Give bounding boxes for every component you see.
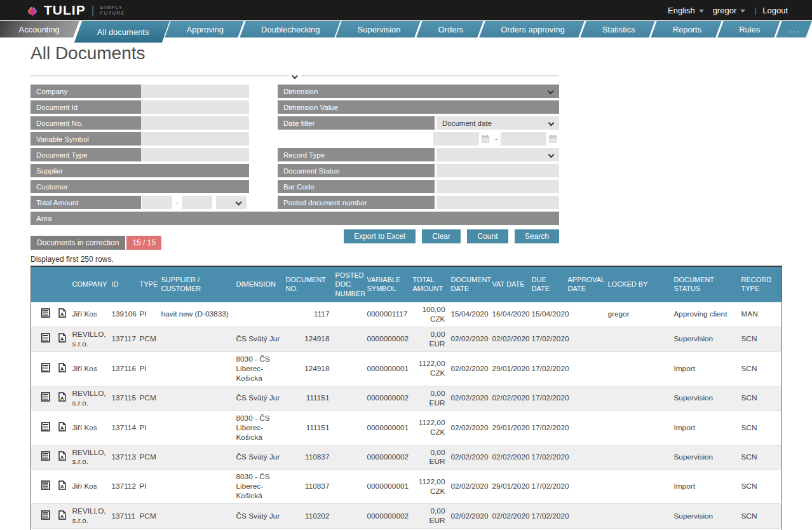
tab-label: ...	[790, 25, 801, 34]
cell-record-type: SCN	[740, 411, 782, 445]
dimension-value-filter[interactable]: Dimension Value	[278, 100, 559, 114]
cell-type: PCM	[138, 504, 159, 529]
total-amount-from-input[interactable]	[142, 196, 172, 209]
document-id-input[interactable]	[141, 100, 249, 114]
tab-bar: AccountingAll documentsApprovingDoublech…	[0, 20, 812, 37]
user-dropdown[interactable]: gregor	[713, 6, 746, 15]
cell-due-date: 17/02/2020	[530, 504, 566, 529]
col-company: COMPANY	[71, 266, 110, 302]
tab-supervision[interactable]: Supervision	[339, 21, 419, 37]
tab-approving[interactable]: Approving	[168, 21, 243, 37]
total-amount-to-input[interactable]	[182, 196, 212, 209]
document-detail-icon[interactable]	[41, 308, 50, 318]
tab-label: Statistics	[602, 25, 635, 34]
tab-reports[interactable]: Reports	[654, 21, 721, 37]
cell-document-status: Import	[672, 470, 740, 504]
cell-detail	[31, 504, 54, 529]
pdf-icon[interactable]: A	[58, 333, 66, 343]
col-pdf-icon	[54, 266, 71, 302]
col-approval-date: APPROVAL DATE	[566, 266, 606, 302]
pdf-icon[interactable]: A	[58, 480, 66, 490]
dimension-select[interactable]: Dimension	[278, 85, 559, 98]
pdf-icon[interactable]: A	[58, 510, 66, 520]
count-button[interactable]: Count	[467, 229, 508, 243]
document-no-input[interactable]	[141, 116, 249, 130]
documents-in-correction-button[interactable]: Documents in correction	[30, 236, 125, 250]
svg-text:A: A	[60, 484, 64, 489]
cell-record-type: SCN	[740, 386, 782, 411]
bar-code-filter-label: Bar Code	[278, 180, 435, 193]
tab-accounting[interactable]: Accounting	[0, 21, 78, 37]
table-row: AJiří Kos139106PIhavit new (D-03833)1117…	[31, 302, 782, 327]
cell-posted-doc-number	[334, 411, 365, 445]
chevron-down-icon	[236, 200, 242, 206]
supplier-filter[interactable]: Supplier	[30, 164, 249, 177]
cell-total-amount: 1122,00 CZK	[411, 470, 449, 504]
posted-document-number-input[interactable]	[436, 196, 559, 209]
col-document-status: DOCUMENT STATUS	[672, 266, 740, 302]
pdf-icon[interactable]: A	[58, 308, 66, 318]
document-detail-icon[interactable]	[41, 510, 50, 520]
chevron-down-icon	[548, 152, 555, 158]
amount-range-separator: -	[172, 198, 181, 207]
document-status-input[interactable]	[436, 164, 559, 177]
export-to-excel-button[interactable]: Export to Excel	[344, 229, 416, 243]
cell-document-no: 111151	[284, 386, 334, 411]
tab-doublechecking[interactable]: Doublechecking	[243, 21, 339, 37]
tab-rules[interactable]: Rules	[721, 21, 779, 37]
cell-dimension: 8030 - ČS Liberec-Košická	[234, 351, 284, 386]
cell-document-date: 02/02/2020	[449, 351, 491, 386]
table-body: AJiří Kos139106PIhavit new (D-03833)1117…	[31, 302, 782, 530]
cell-vat-date: 16/04/2020	[491, 302, 530, 327]
pdf-icon[interactable]: A	[58, 451, 66, 461]
document-detail-icon[interactable]	[41, 422, 50, 431]
tab-statistics[interactable]: Statistics	[583, 21, 654, 37]
area-filter[interactable]: Area	[30, 212, 559, 225]
logout-link[interactable]: Logout	[762, 6, 788, 15]
tab-orders[interactable]: Orders	[419, 21, 482, 37]
pdf-icon[interactable]: A	[58, 392, 66, 402]
clear-button[interactable]: Clear	[422, 229, 461, 243]
date-to-input[interactable]	[501, 132, 546, 146]
document-detail-icon[interactable]	[41, 363, 50, 372]
document-id-filter-label: Document Id	[30, 100, 141, 114]
calendar-icon[interactable]	[548, 134, 557, 144]
svg-text:A: A	[60, 336, 64, 342]
document-detail-icon[interactable]	[41, 392, 50, 402]
pdf-icon[interactable]: A	[58, 363, 66, 372]
cell-record-type: MAN	[740, 302, 782, 327]
col-detail-icon	[31, 266, 54, 302]
tab-more[interactable]: ...	[779, 21, 811, 37]
cell-supplier-customer: havit new (D-03833)	[159, 302, 234, 327]
cell-document-date: 02/02/2020	[449, 386, 491, 411]
page-title: All Documents	[30, 43, 782, 67]
language-dropdown[interactable]: English	[668, 6, 704, 15]
currency-select[interactable]	[216, 196, 247, 209]
cell-posted-doc-number	[334, 327, 365, 351]
bar-code-input[interactable]	[436, 180, 559, 193]
document-detail-icon[interactable]	[41, 333, 50, 343]
search-button[interactable]: Search	[515, 229, 559, 243]
tab-all-documents[interactable]: All documents	[78, 21, 168, 43]
table-row: AJiří Kos137116PI8030 - ČS Liberec-Košic…	[31, 351, 782, 386]
pdf-icon[interactable]: A	[58, 422, 66, 431]
record-type-select[interactable]	[436, 148, 559, 161]
cell-supplier-customer	[159, 327, 234, 351]
tab-orders-approving[interactable]: Orders approving	[482, 21, 583, 37]
calendar-icon[interactable]	[481, 134, 490, 144]
document-detail-icon[interactable]	[41, 480, 50, 490]
document-type-input[interactable]	[141, 148, 249, 161]
cell-due-date: 17/02/2020	[530, 445, 566, 470]
company-input[interactable]	[141, 85, 249, 98]
date-range-separator: -	[492, 135, 501, 144]
cell-record-type: SCN	[740, 327, 782, 351]
col-record-type: RECORD TYPE	[740, 266, 782, 302]
caret-down-icon	[699, 10, 704, 13]
date-from-input[interactable]	[433, 132, 479, 146]
date-filter-select[interactable]: Document date	[436, 116, 559, 130]
tab-label: Approving	[186, 25, 224, 34]
collapse-filters-toggle[interactable]	[288, 72, 302, 78]
customer-filter[interactable]: Customer	[30, 180, 249, 193]
document-detail-icon[interactable]	[41, 451, 50, 461]
variable-symbol-input[interactable]	[141, 132, 249, 146]
